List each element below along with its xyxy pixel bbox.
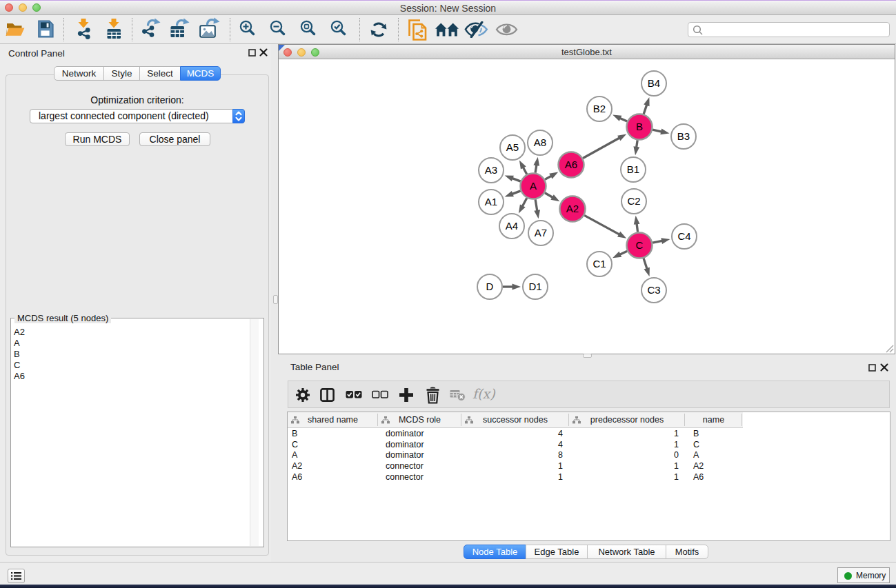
export-network-button[interactable]: [141, 18, 161, 39]
mcds-result-item[interactable]: A6: [14, 371, 25, 382]
export-image-button[interactable]: [199, 17, 221, 39]
column-header-shared-name[interactable]: shared name: [288, 412, 378, 427]
deselect-all-rows-button[interactable]: [372, 390, 388, 399]
save-session-button[interactable]: [37, 20, 54, 38]
hide-selected-button[interactable]: [464, 21, 489, 38]
table-tab-motifs[interactable]: Motifs: [666, 545, 708, 559]
search-field[interactable]: [688, 22, 890, 37]
refresh-layout-button[interactable]: [370, 21, 388, 39]
column-tree-icon: [291, 416, 299, 424]
delete-column-button[interactable]: [425, 387, 441, 404]
table-cell: A: [288, 450, 378, 461]
table-row[interactable]: Bdominator41B: [288, 429, 890, 440]
mcds-result-item[interactable]: B: [14, 349, 25, 360]
network-graph[interactable]: AA6A2BCA1A3A5A8A4A7B1B2B3B4C1C2C3C4DD1: [279, 60, 895, 354]
zoom-selected-button[interactable]: [330, 20, 346, 36]
table-cell: C: [288, 440, 378, 451]
window-resize-grip[interactable]: [884, 343, 894, 353]
control-panel-tab-mcds[interactable]: MCDS: [180, 66, 221, 81]
graph-node-label-C4: C4: [677, 230, 690, 242]
window-focus-corner: [279, 45, 285, 51]
graph-edge-A-A2[interactable]: [545, 193, 553, 198]
column-header-name[interactable]: name: [685, 412, 742, 427]
zoom-fit-button[interactable]: [300, 20, 316, 36]
show-panels-button[interactable]: [8, 569, 25, 583]
table-panel-float-icon[interactable]: [868, 364, 876, 372]
control-panel-tab-style[interactable]: Style: [103, 66, 140, 81]
criterion-select[interactable]: largest connected component (directed): [30, 109, 245, 123]
graph-edge-arrowhead: [550, 194, 559, 201]
graph-edge-C-C3[interactable]: [644, 258, 647, 270]
close-panel-button[interactable]: Close panel: [139, 132, 210, 146]
column-header-MCDS-role[interactable]: MCDS role: [378, 412, 461, 427]
table-row[interactable]: A6connector11A6: [288, 472, 890, 483]
import-network-button[interactable]: [74, 19, 92, 39]
mcds-result-item[interactable]: A: [14, 338, 25, 349]
add-column-button[interactable]: [399, 387, 414, 403]
control-panel-close-icon[interactable]: [259, 48, 268, 57]
optimization-criterion-label: Optimization criterion:: [6, 94, 269, 105]
table-panel-close-icon[interactable]: [880, 363, 888, 372]
table-row[interactable]: A2connector11A2: [288, 461, 890, 472]
criterion-select-stepper[interactable]: [232, 109, 245, 123]
table-cell: connector: [378, 472, 461, 483]
graph-edge-B-B4[interactable]: [644, 104, 647, 114]
mcds-result-scrollbar[interactable]: [250, 319, 259, 546]
table-tab-edge-table[interactable]: Edge Table: [526, 545, 588, 559]
table-toolbar: f(x): [288, 381, 890, 408]
graph-edge-A2-C[interactable]: [584, 215, 620, 234]
graph-edge-C-C4[interactable]: [653, 241, 663, 243]
first-neighbors-button[interactable]: [435, 22, 459, 37]
column-tree-icon: [465, 416, 473, 424]
control-panel-tabs: NetworkStyleSelectMCDS: [54, 66, 221, 81]
control-panel-tab-select[interactable]: Select: [139, 66, 181, 81]
table-cell: A: [685, 450, 742, 461]
control-panel-float-icon[interactable]: [248, 49, 256, 57]
graph-edge-A-A7[interactable]: [535, 199, 537, 212]
show-all-button[interactable]: [495, 23, 518, 37]
table-columns-button[interactable]: [320, 388, 335, 402]
table-tab-network-table[interactable]: Network Table: [587, 545, 666, 559]
search-input[interactable]: [705, 23, 884, 36]
graph-edge-arrowhead: [617, 134, 626, 141]
graph-node-label-A2: A2: [566, 203, 579, 214]
open-session-button[interactable]: [6, 21, 25, 39]
run-mcds-button[interactable]: Run MCDS: [65, 132, 130, 146]
graph-edge-A-A4[interactable]: [522, 198, 527, 207]
memory-button[interactable]: Memory: [837, 567, 890, 583]
graph-node-label-C2: C2: [627, 195, 640, 207]
graph-edge-arrowhead: [505, 191, 514, 197]
column-header-predecessor-nodes[interactable]: predecessor nodes: [569, 412, 685, 427]
delete-table-button[interactable]: [450, 389, 466, 401]
desktop-horizontal-scrollbar-thumb[interactable]: [583, 354, 592, 358]
graph-edge-arrowhead: [660, 129, 669, 135]
graph-edge-arrowhead: [613, 115, 621, 121]
table-row[interactable]: Adominator80A: [288, 450, 890, 461]
zoom-in-button[interactable]: [239, 20, 255, 36]
graph-edge-B-B3[interactable]: [653, 130, 662, 132]
column-header-successor-nodes[interactable]: successor nodes: [461, 412, 569, 427]
select-all-rows-button[interactable]: [346, 390, 362, 399]
clone-network-button[interactable]: [408, 19, 428, 41]
table-cell: 0: [569, 450, 685, 461]
graph-edge-C-C2[interactable]: [637, 223, 638, 232]
table-settings-button[interactable]: [295, 387, 310, 403]
graph-edge-A-A3[interactable]: [511, 178, 520, 181]
zoom-out-button[interactable]: [270, 20, 286, 36]
graph-node-label-A1: A1: [485, 196, 497, 207]
graph-node-label-C: C: [636, 239, 644, 251]
import-table-button[interactable]: [105, 19, 123, 39]
table-cell: 1: [569, 461, 685, 472]
table-tab-node-table[interactable]: Node Table: [464, 545, 526, 559]
function-builder-button[interactable]: f(x): [472, 386, 495, 401]
graph-edge-arrowhead: [617, 232, 626, 239]
desktop-vertical-scrollbar-thumb[interactable]: [273, 295, 278, 304]
mcds-result-item[interactable]: C: [14, 360, 25, 371]
graph-edge-A-A1[interactable]: [511, 191, 520, 194]
graph-node-label-B3: B3: [677, 130, 690, 142]
control-panel-tab-network[interactable]: Network: [54, 66, 104, 81]
export-table-button[interactable]: [170, 18, 190, 39]
mcds-result-item[interactable]: A2: [14, 327, 25, 338]
graph-edge-A6-B[interactable]: [583, 138, 620, 159]
table-row[interactable]: Cdominator41C: [288, 440, 890, 451]
